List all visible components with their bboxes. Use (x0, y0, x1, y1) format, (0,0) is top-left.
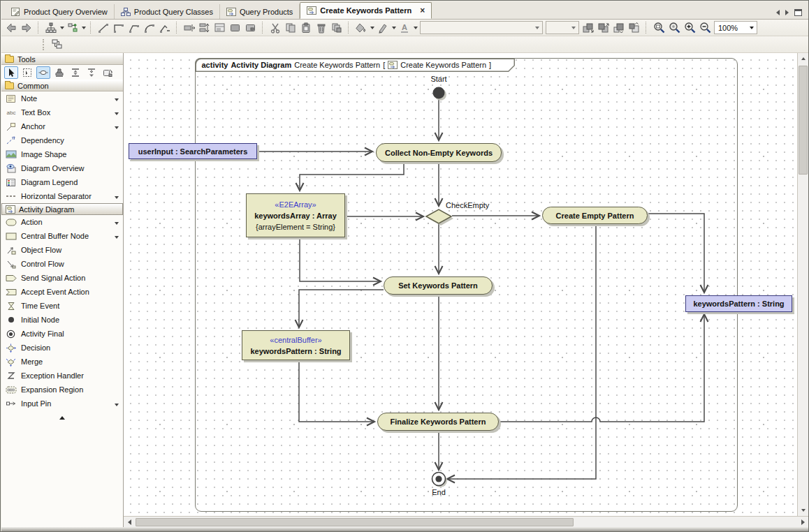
object-node-keywordsarray[interactable]: «E2EArray» keywordsArray : Array {arrayE… (246, 193, 345, 237)
chevron-down-icon[interactable] (115, 218, 119, 226)
edge-keywordsarray-to-setpattern[interactable] (300, 237, 381, 281)
initial-node[interactable] (433, 87, 445, 99)
palette-item-image-shape[interactable]: Image Shape (1, 147, 123, 161)
palette-item-note[interactable]: Note (1, 91, 123, 105)
object-node-keywordspattern-out[interactable]: keywordsPattern : String (685, 295, 792, 312)
chevron-down-icon[interactable] (115, 94, 119, 103)
paste-icon[interactable] (298, 21, 314, 35)
swimlanes-icon[interactable] (50, 38, 65, 52)
vertical-scroll-thumb[interactable] (799, 66, 808, 175)
font-family-combo[interactable] (420, 21, 543, 34)
chevron-down-icon[interactable] (391, 21, 397, 35)
scroll-down-button[interactable] (798, 505, 808, 516)
maximize-window-icon[interactable] (794, 9, 802, 16)
clone-icon[interactable] (329, 21, 344, 35)
chevron-down-icon[interactable] (59, 21, 65, 35)
autosize-icon[interactable] (182, 21, 197, 35)
chevron-down-icon[interactable] (746, 22, 757, 34)
tab-product-query-classes[interactable]: Product Query Classes (115, 4, 220, 19)
forward-icon[interactable] (19, 21, 34, 35)
zoom-region-icon[interactable] (651, 21, 666, 35)
scroll-up-button[interactable] (798, 53, 808, 64)
chevron-down-icon[interactable] (369, 21, 375, 35)
palette-item-input-pin[interactable]: Input Pin (1, 397, 123, 411)
stamp-tool-icon[interactable] (52, 66, 66, 79)
palette-item-diagram-legend[interactable]: Diagram Legend (1, 175, 123, 189)
compartments-icon[interactable] (212, 21, 228, 35)
palette-item-horizontal-separator[interactable]: Horizontal Separator (1, 189, 123, 203)
palette-header-activity-diagram[interactable]: Activity Diagram (1, 203, 123, 215)
scroll-right-button[interactable] (797, 517, 808, 527)
layout-tree-icon[interactable] (43, 21, 59, 35)
line-color-icon[interactable] (375, 21, 391, 35)
action-create-empty-pattern[interactable]: Create Empty Pattern (542, 207, 648, 224)
edge-collect-to-keywordsarray[interactable] (300, 162, 404, 191)
zoom-out-icon[interactable] (697, 21, 713, 35)
palette-scroll-up[interactable] (1, 412, 123, 423)
palette-header-tools[interactable]: Tools (1, 53, 123, 65)
zoom-level-combo[interactable]: 100% (714, 21, 757, 34)
tab-scroll-left-icon[interactable] (776, 10, 780, 15)
action-set-keywords-pattern[interactable]: Set Keywords Pattern (384, 276, 493, 295)
edge-finalize-to-keywordspattern[interactable] (499, 314, 704, 422)
palette-item-exception-handler[interactable]: Exception Handler (1, 369, 123, 383)
chevron-down-icon[interactable] (115, 108, 119, 117)
back-icon[interactable] (3, 21, 19, 35)
palette-item-action[interactable]: Action (1, 215, 123, 229)
tab-scroll-right-icon[interactable] (785, 10, 789, 15)
chevron-down-icon[interactable] (80, 21, 87, 35)
font-color-icon[interactable]: A (397, 21, 412, 35)
copy-icon[interactable] (283, 21, 298, 35)
diagram-canvas[interactable]: activity Activity Diagram Create Keyword… (124, 53, 797, 516)
distribute-tool-icon[interactable] (68, 66, 82, 79)
scroll-left-button[interactable] (124, 517, 135, 527)
same-size-icon[interactable] (197, 21, 212, 35)
line-straight-icon[interactable] (96, 21, 111, 35)
palette-item-control-flow[interactable]: Control Flow (1, 257, 123, 271)
align-tool-icon[interactable] (85, 66, 99, 79)
chevron-down-icon[interactable] (115, 122, 119, 131)
palette-item-accept-event-action[interactable]: Accept Event Action (1, 285, 123, 299)
layer-forward-icon[interactable] (581, 21, 596, 35)
palette-item-text-box[interactable]: abc Text Box (1, 105, 123, 119)
palette-item-send-signal-action[interactable]: Send Signal Action (1, 271, 123, 285)
fill-color-icon[interactable] (354, 21, 369, 35)
sticky-tool-icon[interactable] (36, 66, 50, 79)
palette-item-dependency[interactable]: Dependency (1, 133, 123, 147)
delete-icon[interactable] (314, 21, 329, 35)
tab-query-products[interactable]: Query Products (220, 4, 300, 19)
tab-create-keywords-pattern[interactable]: Create Keywords Pattern × (300, 2, 432, 19)
palette-item-time-event[interactable]: Time Event (1, 299, 123, 313)
edge-centralbuffer-to-finalize[interactable] (299, 360, 374, 422)
line-rectilinear-icon[interactable] (111, 21, 126, 35)
to-front-icon[interactable] (611, 21, 627, 35)
reset-size-icon[interactable] (228, 21, 243, 35)
line-custom-icon[interactable] (157, 21, 173, 35)
chevron-down-icon[interactable] (115, 399, 119, 408)
add-related-icon[interactable] (65, 21, 80, 35)
palette-item-activity-final[interactable]: Activity Final (1, 327, 123, 341)
chevron-down-icon[interactable] (115, 232, 119, 240)
palette-item-object-flow[interactable]: Object Flow (1, 243, 123, 257)
palette-item-merge[interactable]: Merge (1, 355, 123, 369)
palette-item-expansion-region[interactable]: Expansion Region (1, 383, 123, 397)
palette-header-common[interactable]: Common (1, 80, 123, 91)
marquee-select-tool-icon[interactable] (20, 66, 34, 79)
cut-icon[interactable] (268, 21, 283, 35)
chevron-down-icon[interactable] (412, 21, 418, 35)
action-collect-keywords[interactable]: Collect Non-Empty Keywords (376, 143, 502, 162)
zoom-in-icon[interactable] (682, 21, 697, 35)
layer-backward-icon[interactable] (596, 21, 611, 35)
edge-createempty-to-end[interactable] (447, 224, 596, 479)
chevron-down-icon[interactable] (115, 192, 119, 200)
palette-item-decision[interactable]: Decision (1, 341, 123, 355)
line-oblique-icon[interactable] (126, 21, 142, 35)
edge-createempty-to-keywordspattern[interactable] (648, 214, 704, 293)
vertical-scrollbar[interactable] (797, 53, 808, 516)
palette-item-anchor[interactable]: Anchor (1, 119, 123, 133)
close-tab-icon[interactable]: × (420, 7, 425, 14)
zoom-fit-icon[interactable] (666, 21, 682, 35)
tab-product-query-overview[interactable]: Product Query Overview (4, 4, 115, 19)
nested-size-icon[interactable] (243, 21, 258, 35)
horizontal-scroll-thumb[interactable] (136, 518, 574, 526)
